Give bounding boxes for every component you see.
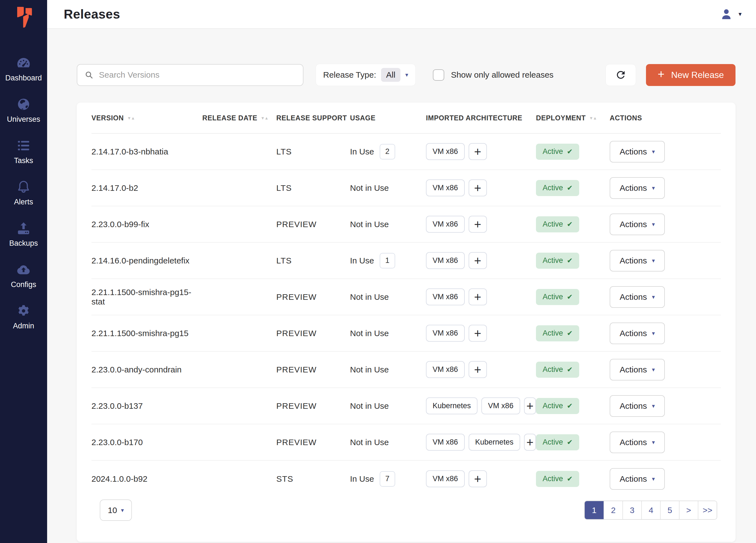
sidebar-item-backups[interactable]: Backups [0,221,47,247]
page-button-1[interactable]: 1 [585,501,604,519]
add-architecture-button[interactable]: + [469,361,487,378]
backups-icon [16,221,31,236]
search-icon [85,70,93,79]
chevron-down-icon: ▾ [652,185,655,191]
column-header-imported-architecture: IMPORTED ARCHITECTURE [426,114,536,122]
sidebar-item-configs[interactable]: Configs [0,262,47,289]
add-architecture-button[interactable]: + [524,397,536,414]
actions-cell: Actions▾ [610,323,721,344]
releases-table-card: VERSION▼▲RELEASE DATE▼▲RELEASE SUPPORTUS… [77,103,735,542]
sidebar-item-label: Tasks [14,156,33,165]
add-architecture-button[interactable]: + [469,289,487,305]
actions-cell: Actions▾ [610,395,721,417]
actions-cell: Actions▾ [610,432,721,453]
chevron-down-icon: ▾ [652,221,655,228]
actions-button[interactable]: Actions▾ [610,359,665,381]
add-architecture-button[interactable]: + [469,470,487,487]
release-support-cell: PREVIEW [276,401,350,411]
deployment-status-label: Active [543,256,563,265]
imported-architecture-cell: VM x86+ [426,361,536,378]
table-body: 2.14.17.0-b3-nbhatiaLTSIn Use2VM x86+Act… [91,134,721,497]
page-button->>[interactable]: >> [698,501,717,519]
actions-button[interactable]: Actions▾ [610,323,665,344]
new-release-button[interactable]: + New Release [646,64,735,86]
page-button-4[interactable]: 4 [641,501,660,519]
release-support-cell: LTS [276,183,350,193]
add-architecture-button[interactable]: + [469,325,487,342]
chevron-down-icon: ▾ [652,330,655,337]
sidebar-item-alerts[interactable]: Alerts [0,179,47,206]
usage-cell: Not in Use [350,220,426,229]
search-input[interactable] [98,70,296,80]
actions-button[interactable]: Actions▾ [610,395,665,417]
actions-button[interactable]: Actions▾ [610,468,665,490]
table-header-row: VERSION▼▲RELEASE DATE▼▲RELEASE SUPPORTUS… [91,103,721,134]
refresh-button[interactable] [606,64,636,86]
actions-cell: Actions▾ [610,468,721,490]
deployment-status-label: Active [543,438,563,447]
chevron-down-icon: ▾ [405,72,408,78]
column-header-deployment[interactable]: DEPLOYMENT▼▲ [536,114,610,122]
column-header-usage: USAGE [350,114,426,122]
actions-cell: Actions▾ [610,250,721,272]
actions-button-label: Actions [620,292,647,302]
table-row: 2.14.17.0-b3-nbhatiaLTSIn Use2VM x86+Act… [91,134,721,170]
actions-button-label: Actions [620,474,647,484]
actions-cell: Actions▾ [610,286,721,308]
imported-architecture-cell: VM x86+ [426,179,536,196]
check-icon: ✔ [567,256,573,264]
add-architecture-button[interactable]: + [524,434,536,451]
page-button-3[interactable]: 3 [622,501,641,519]
add-architecture-button[interactable]: + [469,252,487,269]
deployment-cell: Active✔ [536,289,610,305]
dashboard-icon [16,55,31,70]
release-type-dropdown[interactable]: Release Type: All ▾ [316,64,416,86]
content-area: Release Type: All ▾ Show only allowed re… [47,29,756,543]
check-icon: ✔ [567,438,573,446]
add-architecture-button[interactable]: + [469,216,487,233]
sidebar-item-tasks[interactable]: Tasks [0,138,47,165]
page-button-5[interactable]: 5 [660,501,679,519]
table-row: 2.21.1.1500-smishra-pg15-statPREVIEWNot … [91,279,721,315]
chevron-down-icon: ▾ [121,507,124,514]
column-header-version[interactable]: VERSION▼▲ [91,114,202,122]
usage-label: In Use [350,474,374,484]
check-icon: ✔ [567,366,573,374]
table-row: 2.23.0.0-b137PREVIEWNot in UseKubernetes… [91,388,721,424]
usage-label: Not in Use [350,292,389,302]
actions-button[interactable]: Actions▾ [610,141,665,162]
sidebar-item-label: Universes [7,115,40,124]
show-only-allowed-checkbox[interactable] [433,69,444,81]
table-row: 2.21.1.1500-smishra-pg15PREVIEWNot in Us… [91,315,721,352]
check-icon: ✔ [567,293,573,301]
release-support-cell: PREVIEW [276,329,350,338]
sidebar-item-universes[interactable]: Universes [0,97,47,124]
actions-button[interactable]: Actions▾ [610,286,665,308]
page-size-dropdown[interactable]: 10 ▾ [100,499,132,521]
page-button->[interactable]: > [679,501,698,519]
add-architecture-button[interactable]: + [469,179,487,196]
deployment-cell: Active✔ [536,252,610,269]
check-icon: ✔ [567,475,573,483]
table-row: 2.14.17.0-b2LTSNot in UseVM x86+Active✔A… [91,170,721,206]
usage-label: Not in Use [350,401,389,411]
sidebar-item-label: Configs [11,281,36,289]
actions-button-label: Actions [620,365,647,374]
sidebar-item-dashboard[interactable]: Dashboard [0,55,47,82]
actions-button[interactable]: Actions▾ [610,213,665,235]
deployment-status-label: Active [543,402,563,410]
chevron-down-icon: ▾ [652,439,655,446]
sidebar-item-admin[interactable]: Admin [0,304,47,330]
actions-button[interactable]: Actions▾ [610,432,665,453]
usage-label: Not in Use [350,365,389,374]
actions-button[interactable]: Actions▾ [610,250,665,272]
page-button-2[interactable]: 2 [604,501,622,519]
release-support-cell: STS [276,474,350,484]
check-icon: ✔ [567,147,573,155]
usage-count-badge: 2 [380,144,395,159]
architecture-chip: VM x86 [426,179,465,196]
add-architecture-button[interactable]: + [469,143,487,160]
column-header-release-date[interactable]: RELEASE DATE▼▲ [202,114,276,122]
actions-button[interactable]: Actions▾ [610,177,665,199]
user-menu[interactable]: ▾ [720,7,742,21]
